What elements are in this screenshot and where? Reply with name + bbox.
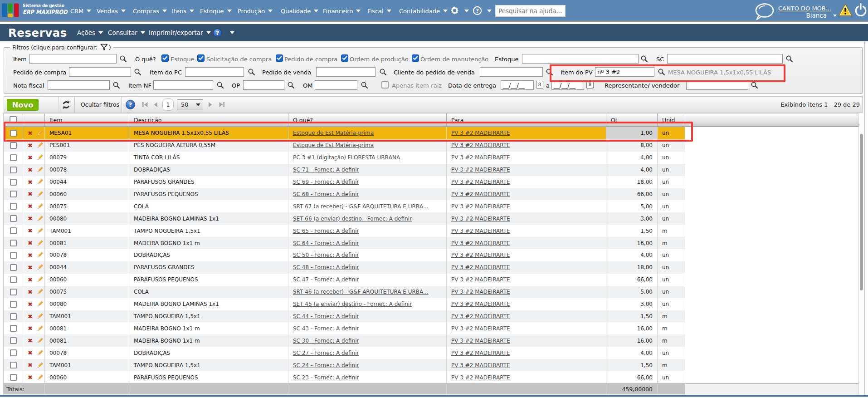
table-row[interactable]: ✖ 00080 MADEIRA BOGNO LAMINAS 1x1 SET 45…: [4, 298, 858, 310]
delete-icon[interactable]: ✖: [28, 167, 33, 173]
para-link[interactable]: PV 3 #2 MADEIRARTE: [451, 325, 510, 332]
table-row[interactable]: ✖ 00078 DOBRADIÇAS SC 27 - Fornec: A def…: [4, 347, 858, 359]
oque-link[interactable]: SC 27 - Fornec: A definir: [293, 350, 359, 356]
para-link[interactable]: PV 3 #2 MADEIRARTE: [451, 276, 510, 283]
edit-pencil-icon[interactable]: [36, 337, 44, 344]
oque-link[interactable]: SC 64 - Fornec: A definir: [293, 240, 359, 246]
oque-link[interactable]: SC 48 - Fornec: A definir: [293, 264, 359, 270]
chat-bubble-icon[interactable]: [754, 3, 775, 21]
delete-icon[interactable]: ✖: [28, 252, 33, 258]
row-checkbox[interactable]: [10, 142, 17, 149]
calendar-icon[interactable]: 8: [536, 81, 543, 88]
row-checkbox[interactable]: [10, 264, 17, 271]
oque-link[interactable]: Estoque de Est Matéria-prima: [293, 142, 374, 148]
table-row[interactable]: ✖ 00060 PARAFUSOS PEQUENOS SC 23 - Forne…: [4, 371, 858, 383]
delete-icon[interactable]: ✖: [28, 350, 33, 356]
table-row[interactable]: ✖ 00060 PARAFUSOS PEQUENOS SC 47 - Forne…: [4, 274, 858, 286]
nota-fiscal-input[interactable]: [48, 80, 110, 90]
item-do-pv-search-icon[interactable]: [658, 68, 665, 76]
menu-crm[interactable]: CRM: [70, 0, 91, 22]
last-page-icon[interactable]: [218, 102, 225, 108]
item-nf-search-icon[interactable]: [216, 81, 224, 89]
om-input[interactable]: [315, 80, 357, 90]
col-header-qt[interactable]: Qt: [606, 113, 658, 126]
nota-fiscal-search-icon[interactable]: [112, 81, 120, 89]
edit-pencil-icon[interactable]: [36, 362, 44, 369]
table-row[interactable]: ✖ 00080 MADEIRA BOGNO LAMINAS 1x1 SET 66…: [4, 212, 858, 225]
para-link[interactable]: PV 3 #2 MADEIRARTE: [451, 252, 510, 258]
table-row[interactable]: ✖ 00079 TINTA COR LILÁS PC 3 #1 (digitaç…: [4, 152, 858, 164]
row-checkbox[interactable]: [10, 313, 17, 320]
table-row[interactable]: ✖ PES001 PÉS NOGUEIRA ALTURA 0,55M Estoq…: [4, 139, 858, 152]
novo-button[interactable]: Novo: [7, 99, 39, 111]
menu-contabilidade[interactable]: Contabilidade: [399, 0, 448, 22]
edit-pencil-icon[interactable]: [36, 191, 44, 198]
delete-icon[interactable]: ✖: [28, 301, 33, 307]
para-link[interactable]: PV 3 #2 MADEIRARTE: [451, 179, 510, 185]
menu-producao[interactable]: Produção: [238, 0, 273, 22]
row-checkbox[interactable]: [10, 240, 17, 246]
oque-link[interactable]: SC 23 - Fornec: A definir: [293, 374, 359, 381]
scrollbar-thumb[interactable]: [860, 134, 863, 290]
col-header-para[interactable]: Para: [447, 113, 606, 126]
row-checkbox[interactable]: [10, 191, 17, 197]
oque-link[interactable]: SC 65 - Fornec: A definir: [293, 228, 359, 234]
para-link[interactable]: PV 3 #2 MADEIRARTE: [451, 289, 510, 295]
edit-pencil-icon[interactable]: [36, 374, 44, 381]
edit-pencil-icon[interactable]: [36, 264, 44, 271]
table-row[interactable]: ✖ 00081 MADEIRA BOGNO 1x1 m SC 30 - Forn…: [4, 334, 858, 347]
table-row[interactable]: ✖ 00075 COLA SRT 46 (a receber) - G&F AR…: [4, 286, 858, 298]
para-link[interactable]: PV 3 #2 MADEIRARTE: [451, 167, 510, 173]
oque-link[interactable]: SC 50 - Fornec: A definir: [293, 252, 359, 258]
next-page-icon[interactable]: [208, 102, 213, 108]
para-link[interactable]: PV 3 #2 MADEIRARTE: [451, 203, 510, 210]
oque-link[interactable]: SET 66 (a enviar) destino - Fornec: A de…: [293, 216, 412, 222]
table-row[interactable]: ✖ MESA01 MESA NOGUEIRA 1,5x1x0,55 LILÁS …: [4, 127, 858, 139]
row-checkbox[interactable]: [10, 130, 17, 137]
oque-link[interactable]: SC 44 - Fornec: A definir: [293, 313, 359, 319]
item-search-icon[interactable]: [119, 55, 127, 63]
para-link[interactable]: PV 3 #2 MADEIRARTE: [451, 130, 510, 136]
item-do-pc-input[interactable]: [185, 67, 244, 77]
para-link[interactable]: PV 3 #2 MADEIRARTE: [451, 240, 510, 246]
calendar-icon[interactable]: 8: [586, 81, 594, 88]
logout-power-icon[interactable]: [854, 3, 868, 18]
oque-link[interactable]: SC 69 - Fornec: A definir: [293, 179, 359, 185]
estoque-search-icon[interactable]: [640, 55, 648, 63]
pedido-de-compra-input[interactable]: [69, 67, 131, 77]
row-checkbox[interactable]: [10, 325, 17, 332]
pedido-de-venda-search-icon[interactable]: [379, 68, 387, 76]
menu-estoque[interactable]: Estoque: [200, 0, 232, 22]
table-row[interactable]: ✖ TAM001 TAMPO NOGUEIRA 1,5x1 SC 65 - Fo…: [4, 225, 858, 237]
imprimir-exportar-menu[interactable]: Imprimir/exportar: [149, 24, 211, 41]
cliente-do-pedido-de-venda-search-icon[interactable]: [546, 68, 553, 76]
page-size-select[interactable]: 50: [177, 99, 203, 109]
edit-pencil-icon[interactable]: [36, 166, 44, 173]
delete-icon[interactable]: ✖: [28, 191, 33, 197]
col-header-unid[interactable]: Unid: [658, 113, 685, 126]
company-link[interactable]: CANTO DO MOB...: [778, 5, 831, 12]
oque-link[interactable]: SC 24 - Fornec: A definir: [293, 362, 359, 369]
representante-vendedor-search-icon[interactable]: [751, 81, 758, 89]
menu-vendas[interactable]: Vendas: [97, 0, 126, 22]
para-link[interactable]: PV 3 #2 MADEIRARTE: [451, 264, 510, 270]
delete-icon[interactable]: ✖: [28, 338, 33, 344]
pedido-de-venda-input[interactable]: [316, 67, 375, 77]
sc-search-icon[interactable]: [785, 55, 793, 63]
para-link[interactable]: PV 3 #2 MADEIRARTE: [451, 350, 510, 356]
checkbox-ordem-de-manutenc-a-o[interactable]: [412, 54, 419, 62]
edit-pencil-icon[interactable]: [36, 276, 44, 283]
oque-link[interactable]: SC 30 - Fornec: A definir: [293, 338, 359, 344]
prev-page-icon[interactable]: [153, 102, 158, 108]
delete-icon[interactable]: ✖: [28, 277, 33, 283]
row-checkbox[interactable]: [10, 203, 17, 210]
edit-pencil-icon[interactable]: [36, 154, 44, 161]
item-do-pc-search-icon[interactable]: [248, 68, 255, 76]
para-link[interactable]: PV 3 #2 MADEIRARTE: [451, 338, 510, 344]
edit-pencil-icon[interactable]: [36, 325, 44, 332]
col-header-descricao[interactable]: Descrição: [129, 113, 288, 126]
para-link[interactable]: PV 3 #2 MADEIRARTE: [451, 142, 510, 148]
refresh-icon[interactable]: [61, 100, 71, 110]
oque-link[interactable]: SET 45 (a enviar) destino - Fornec: A de…: [293, 301, 412, 307]
oque-link[interactable]: SC 43 - Fornec: A definir: [293, 325, 359, 332]
